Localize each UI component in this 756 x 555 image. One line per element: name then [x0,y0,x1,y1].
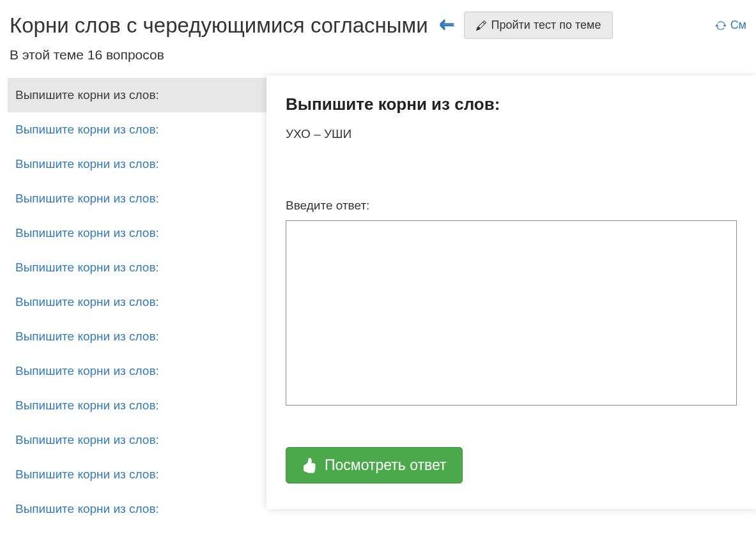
take-test-button[interactable]: Пройти тест по теме [464,11,613,39]
sidebar-item-question[interactable]: Выпишите корни из слов: [8,78,266,112]
sidebar-item-question[interactable]: Выпишите корни из слов: [8,285,266,319]
question-panel: Выпишите корни из слов: УХО – УШИ Введит… [266,75,756,509]
refresh-label: См [730,19,746,32]
sidebar-item-question[interactable]: Выпишите корни из слов: [8,250,266,285]
refresh-icon [715,20,727,31]
question-list: Выпишите корни из слов:Выпишите корни из… [8,75,266,526]
sidebar-item-question[interactable]: Выпишите корни из слов: [8,181,266,216]
sidebar-item-question[interactable]: Выпишите корни из слов: [8,354,266,388]
question-title: Выпишите корни из слов: [286,95,737,114]
sidebar-item-question[interactable]: Выпишите корни из слов: [8,112,266,147]
page-title: Корни слов с чередующимися согласными [10,13,428,38]
answer-label: Введите ответ: [286,199,737,213]
sidebar-item-question[interactable]: Выпишите корни из слов: [8,319,266,354]
refresh-link[interactable]: См [715,19,746,32]
pencil-icon [476,20,486,31]
question-count: В этой теме 16 вопросов [0,42,756,75]
view-answer-label: Посмотреть ответ [325,457,447,474]
thumbs-up-icon [302,458,317,473]
take-test-label: Пройти тест по теме [491,19,601,32]
sidebar-item-question[interactable]: Выпишите корни из слов: [8,147,266,181]
question-body: УХО – УШИ [286,127,737,141]
answer-input[interactable] [286,220,737,406]
sidebar-item-question[interactable]: Выпишите корни из слов: [8,457,266,492]
back-arrow-icon[interactable] [436,16,458,35]
sidebar-item-question[interactable]: Выпишите корни из слов: [8,388,266,423]
view-answer-button[interactable]: Посмотреть ответ [286,447,463,483]
sidebar-item-question[interactable]: Выпишите корни из слов: [8,216,266,250]
sidebar-item-question[interactable]: Выпишите корни из слов: [8,423,266,457]
sidebar-item-question[interactable]: Выпишите корни из слов: [8,492,266,526]
